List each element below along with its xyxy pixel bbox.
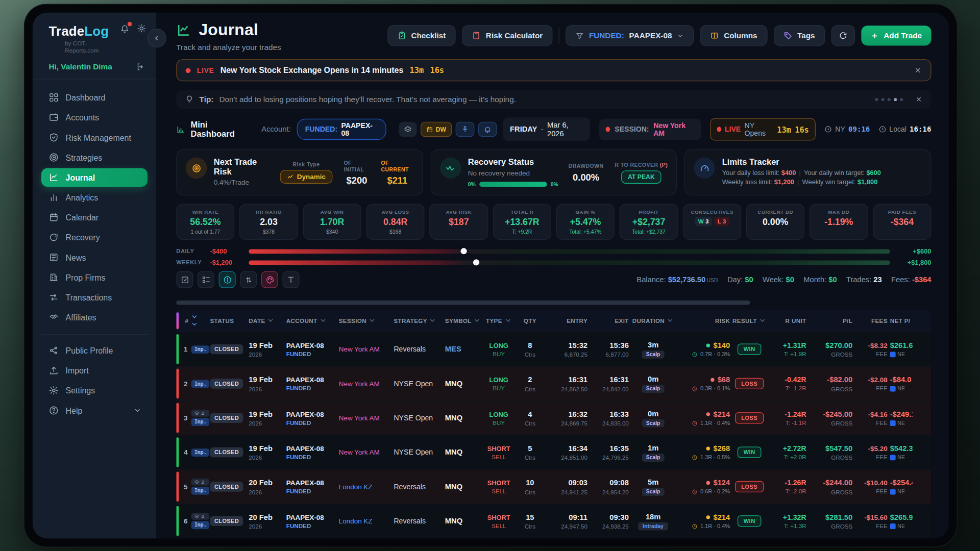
trade-row-3[interactable]: 3 2 Imp. CLOSED 19 Feb2026 PAAPEX-08FUND…	[176, 401, 931, 435]
row-result-accent	[176, 368, 178, 398]
column-header-strategy[interactable]: STRATEGY	[393, 317, 444, 324]
theme-sun-icon[interactable]	[137, 24, 146, 33]
sidebar-item-public-profile[interactable]: Public Profile	[41, 341, 148, 360]
column-header-type[interactable]: TYPE	[481, 317, 517, 324]
add-trade-button[interactable]: Add Trade	[861, 26, 931, 45]
tip-dot[interactable]	[900, 98, 903, 101]
palette-icon	[265, 275, 274, 284]
stat-value: 56.52%	[190, 217, 220, 227]
column-header-fees[interactable]: FEES	[854, 317, 889, 324]
card-title: Recovery Status	[468, 158, 558, 167]
session-pill: SESSION:New York AM	[599, 119, 701, 140]
stat-tile-max-dd: MAX DD-1.19%	[810, 204, 868, 240]
column-header-exit[interactable]: EXIT	[589, 317, 630, 324]
cell-pl: $270.00GROSS	[807, 341, 854, 358]
dw-calendar-toggle[interactable]: DW	[421, 122, 452, 137]
banner-close-icon[interactable]	[914, 66, 922, 74]
sidebar-collapse-button[interactable]	[148, 29, 166, 47]
sidebar-item-help[interactable]: Help	[41, 401, 148, 420]
tip-dot[interactable]	[875, 98, 878, 101]
layout-tool[interactable]	[198, 271, 214, 288]
column-header-date[interactable]: DATE	[248, 317, 285, 324]
sidebar-item-recovery[interactable]: Recovery	[41, 228, 148, 247]
summary-trades: Trades: 23	[846, 275, 882, 284]
column-header-result[interactable]: RESULT	[731, 317, 768, 324]
trade-row-4[interactable]: 4 Imp. CLOSED 19 Feb2026 PAAPEX-08FUNDED…	[176, 435, 931, 469]
cell-fees: -$15.60FEE	[854, 513, 889, 529]
sidebar-item-accounts[interactable]: Accounts	[41, 108, 148, 127]
cell-r-unit: +1.31RT: +1.9R	[768, 341, 807, 357]
select-rows-tool[interactable]	[176, 271, 193, 288]
cell-account: PAAPEX-08FUNDED	[285, 376, 337, 392]
page-subtitle: Track and analyze your trades	[176, 43, 281, 52]
layers-toggle[interactable]	[399, 122, 418, 137]
stat-tile-consecutives: CONSECUTIVESW 3L 3	[683, 204, 741, 240]
risk-type-pill[interactable]: Dynamic	[280, 170, 333, 184]
row-result-accent	[176, 334, 178, 364]
cell-net: $265.9NE	[889, 513, 913, 529]
tip-dot[interactable]	[888, 98, 891, 101]
cell-result: WIN	[731, 447, 768, 458]
stat-tile-avg-risk: AVG RISK$187	[430, 204, 488, 240]
account-filter-dropdown[interactable]: FUNDED: PAAPEX-08	[566, 25, 694, 46]
column-header-p-l[interactable]: P/L	[807, 317, 854, 324]
horizontal-scrollbar[interactable]	[176, 300, 750, 305]
column-header-duration[interactable]: DURATION	[630, 317, 676, 324]
column-header--[interactable]: #	[176, 313, 209, 328]
checklist-button[interactable]: Checklist	[387, 25, 456, 46]
sidebar-item-affiliates[interactable]: Affiliates	[41, 308, 148, 327]
net-icon	[890, 420, 896, 425]
cell-session: New York AM	[337, 414, 393, 422]
sidebar-item-transactions[interactable]: Transactions	[41, 288, 148, 307]
column-header-entry[interactable]: ENTRY	[544, 317, 589, 324]
pin-toggle[interactable]	[456, 122, 475, 137]
notifications-bell-icon[interactable]	[120, 24, 129, 33]
imported-badge: Imp.	[191, 418, 210, 426]
live-countdown-pill: LIVENY Opens13m16s	[710, 118, 816, 140]
column-header-net-p-[interactable]: NET P/	[889, 317, 913, 324]
columns-button[interactable]: Columns	[700, 25, 768, 46]
info-tool[interactable]	[219, 271, 236, 288]
sidebar-item-strategies[interactable]: Strategies	[41, 148, 148, 167]
column-header-account[interactable]: ACCOUNT	[285, 317, 337, 324]
imported-badge: Imp.	[191, 521, 210, 529]
sidebar-item-risk-management[interactable]: Risk Management	[41, 128, 148, 147]
sidebar-item-import[interactable]: Import	[41, 361, 148, 380]
column-header-r-unit[interactable]: R UNIT	[768, 317, 807, 324]
tip-dot[interactable]	[881, 98, 885, 101]
sidebar-item-settings[interactable]: Settings	[41, 381, 148, 400]
alerts-toggle[interactable]	[478, 122, 497, 137]
column-header-risk[interactable]: RISK	[676, 317, 731, 324]
checklist-icon	[397, 31, 406, 40]
logout-icon[interactable]	[136, 62, 145, 71]
account-pill[interactable]: FUNDED:PAAPEX-08	[297, 119, 386, 140]
trade-row-2[interactable]: 2 Imp. CLOSED 19 Feb2026 PAAPEX-08FUNDED…	[176, 367, 931, 401]
sidebar-item-dashboard[interactable]: Dashboard	[41, 88, 148, 107]
refresh-button[interactable]	[831, 25, 855, 46]
sidebar-item-news[interactable]: News	[41, 248, 148, 267]
column-header-qty[interactable]: QTY	[516, 317, 544, 324]
sidebar-item-journal[interactable]: Journal	[41, 168, 148, 187]
cell-number: 4 Imp.	[176, 448, 209, 457]
column-header-status[interactable]: STATUS	[209, 317, 248, 324]
sidebar-item-analytics[interactable]: Analytics	[41, 188, 148, 207]
tip-pagination-dots[interactable]	[875, 98, 903, 101]
color-theme-tool[interactable]	[261, 271, 278, 288]
sidebar-item-prop-firms[interactable]: Prop Firms	[41, 268, 148, 287]
cell-symbol: MNQ	[444, 517, 481, 525]
cell-date: 19 Feb2026	[248, 444, 285, 461]
tip-close-icon[interactable]	[915, 95, 923, 103]
text-size-tool[interactable]	[282, 271, 299, 288]
column-header-session[interactable]: SESSION	[337, 317, 393, 324]
tags-button[interactable]: Tags	[773, 25, 825, 46]
sort-tool[interactable]	[240, 271, 257, 288]
trade-row-1[interactable]: 1 Imp. CLOSED 19 Feb2026 PAAPEX-08FUNDED…	[176, 332, 931, 366]
trade-row-6[interactable]: 6 2 Imp. CLOSED 20 Feb2026 PAAPEX-08FUND…	[176, 504, 931, 538]
risk-calculator-button[interactable]: Risk Calculator	[462, 25, 553, 46]
column-header-symbol[interactable]: SYMBOL	[444, 317, 481, 324]
tip-dot[interactable]	[894, 98, 897, 101]
trade-row-5[interactable]: 5 2 Imp. CLOSED 20 Feb2026 PAAPEX-08FUND…	[176, 470, 931, 504]
cell-duration: 3mScalp	[630, 340, 676, 359]
live-dot	[186, 68, 191, 73]
sidebar-item-calendar[interactable]: Calendar	[41, 208, 148, 227]
